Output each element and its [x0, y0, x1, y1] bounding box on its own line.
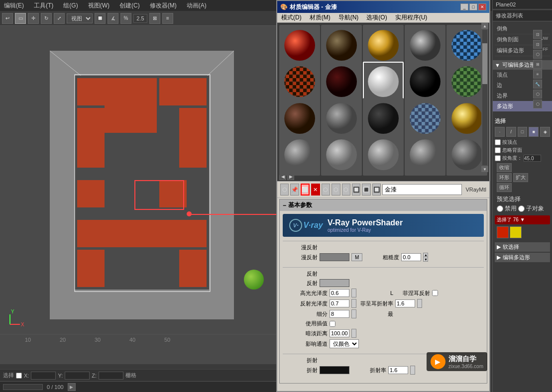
- get-material-btn[interactable]: ⬡: [280, 184, 289, 196]
- scroll-up-btn[interactable]: ▲: [481, 23, 488, 29]
- options-btn[interactable]: 🔳: [362, 184, 370, 196]
- menu-group[interactable]: 组(G): [61, 0, 80, 11]
- mat-ball-5[interactable]: [279, 62, 320, 102]
- highlight-input[interactable]: [330, 289, 349, 297]
- select-checkbox[interactable]: [16, 373, 22, 379]
- roughness-spinner[interactable]: ▲ ▼: [423, 253, 428, 262]
- poly-mode-btn[interactable]: ■: [529, 127, 539, 137]
- mat-menu-options[interactable]: 选项(O): [364, 12, 389, 23]
- viewport-3d[interactable]: 10 20 30 40 50 X Y: [0, 26, 276, 364]
- material-map-browser-btn[interactable]: 🔲: [352, 184, 360, 196]
- by-vertex-check[interactable]: [495, 139, 501, 145]
- toolbar-mirror[interactable]: ⊠: [149, 13, 160, 24]
- mat-ball-18[interactable]: [405, 135, 445, 176]
- toolbar-move[interactable]: ✛: [28, 13, 39, 24]
- diffuse-m-btn[interactable]: M: [351, 253, 362, 261]
- mat-close-btn[interactable]: ✕: [478, 3, 486, 10]
- mat-ball-3[interactable]: [405, 25, 445, 66]
- mat-scrollbar[interactable]: ▲ ▼: [481, 23, 488, 172]
- toolbar-rotate[interactable]: ↻: [41, 13, 52, 24]
- element-mode-btn[interactable]: ◈: [540, 127, 550, 137]
- icon-unknown5[interactable]: ≡: [533, 70, 542, 79]
- fresnel-ior-spinner[interactable]: [417, 299, 422, 308]
- refract-ior-spinner[interactable]: [410, 366, 415, 375]
- vertex-mode-btn[interactable]: ·: [495, 127, 505, 137]
- mat-menu-material[interactable]: 材质(M): [308, 12, 332, 23]
- make-preview-btn[interactable]: 🔲: [372, 184, 381, 196]
- mat-menu-nav[interactable]: 导航(N): [336, 12, 361, 23]
- mat-maximize-btn[interactable]: □: [469, 3, 477, 10]
- angle-input[interactable]: [524, 155, 541, 162]
- ep-polygon[interactable]: 多边形: [493, 101, 552, 111]
- delete-material-btn[interactable]: ✕: [311, 184, 320, 196]
- basic-params-header[interactable]: − 基本参数: [280, 199, 487, 211]
- exit-color-input[interactable]: [330, 329, 349, 337]
- mat-ball-12[interactable]: [363, 98, 404, 139]
- scroll-down-btn[interactable]: ▼: [481, 166, 488, 172]
- mat-ball-8[interactable]: [405, 62, 445, 102]
- toolbar-undo[interactable]: ↩: [2, 13, 13, 24]
- menu-create[interactable]: 创建(C): [117, 0, 142, 11]
- icon-unknown8[interactable]: ⬡: [533, 99, 542, 108]
- fresnel-ior-input[interactable]: [395, 299, 415, 307]
- ignore-back-check[interactable]: [495, 147, 501, 153]
- mat-ball-16[interactable]: [321, 135, 362, 176]
- soft-select-header[interactable]: ▶ 软选择: [495, 242, 550, 252]
- disable-radio[interactable]: [497, 205, 503, 212]
- edge-mode-btn[interactable]: /: [506, 127, 516, 137]
- y-input[interactable]: [65, 372, 90, 380]
- mat-minimize-btn[interactable]: _: [460, 3, 468, 10]
- exit-spinner[interactable]: [351, 329, 356, 338]
- ep-edges[interactable]: 边: [493, 80, 552, 91]
- ring-btn[interactable]: 环形: [497, 173, 512, 182]
- roughness-input[interactable]: [401, 253, 421, 261]
- reflect-gloss-input[interactable]: [330, 299, 349, 307]
- spinner-down[interactable]: ▼: [424, 257, 428, 261]
- selected-material-indicator[interactable]: ⬜: [301, 184, 310, 196]
- toolbar-align[interactable]: ≡: [162, 13, 173, 24]
- material-name-input[interactable]: [382, 184, 462, 195]
- fresnel-check[interactable]: [432, 290, 438, 296]
- mat-ball-13[interactable]: [405, 98, 445, 139]
- border-mode-btn[interactable]: □: [518, 127, 528, 137]
- use-interp-check[interactable]: [330, 321, 335, 327]
- z-input[interactable]: [99, 372, 123, 380]
- paste-material-btn[interactable]: ⬡: [331, 184, 340, 196]
- x-input[interactable]: [31, 372, 56, 380]
- toolbar-snap[interactable]: 🔲: [95, 13, 106, 24]
- icon-unknown4[interactable]: ⊞: [533, 60, 542, 69]
- subdivs-spinner[interactable]: [351, 309, 356, 318]
- scroll-thumb[interactable]: [482, 43, 487, 84]
- mat-ball-0[interactable]: [279, 25, 320, 66]
- icon-unknown7[interactable]: ⬡: [533, 90, 542, 98]
- menu-tools[interactable]: 工具(T): [32, 0, 55, 11]
- icon-unknown1[interactable]: ⊡: [533, 30, 542, 39]
- toolbar-scale[interactable]: ⤢: [54, 13, 65, 24]
- mat-ball-15[interactable]: [279, 135, 320, 176]
- ep-border[interactable]: 边界: [493, 91, 552, 101]
- highlight-spinner[interactable]: [351, 289, 356, 297]
- mat-ball-7[interactable]: [363, 62, 404, 102]
- mat-ball-1[interactable]: [321, 25, 362, 66]
- refract-swatch[interactable]: [320, 366, 349, 374]
- subobj-radio[interactable]: [518, 205, 525, 212]
- toolbar-angle-snap[interactable]: ∡: [108, 13, 118, 24]
- mat-ball-10[interactable]: [279, 98, 320, 139]
- affect-channels-select[interactable]: 仅颜色: [330, 339, 359, 348]
- refract-ior-input[interactable]: [388, 366, 408, 374]
- mat-menu-mode[interactable]: 模式(D): [279, 12, 304, 23]
- toolbar-select-rect[interactable]: ▭: [15, 13, 26, 24]
- shrink-btn[interactable]: 收缩: [497, 163, 512, 172]
- grow-btn[interactable]: 扩大: [513, 173, 528, 182]
- mat-ball-17[interactable]: [363, 135, 404, 176]
- assign-material-btn[interactable]: 📌: [290, 184, 299, 196]
- edit-poly-header[interactable]: ▶ 编辑多边形: [495, 253, 550, 262]
- menu-view[interactable]: 视图(W): [86, 0, 111, 11]
- icon-unknown3[interactable]: ⬡: [533, 50, 542, 59]
- subdivs-input[interactable]: [330, 310, 349, 318]
- reflect-swatch[interactable]: [320, 279, 349, 287]
- ep-header[interactable]: ▼ 可编辑多边形: [493, 60, 552, 70]
- spinner-up[interactable]: ▲: [424, 253, 428, 257]
- ep-vertices[interactable]: 顶点: [493, 70, 552, 80]
- menu-edit[interactable]: 编辑(E): [2, 0, 26, 11]
